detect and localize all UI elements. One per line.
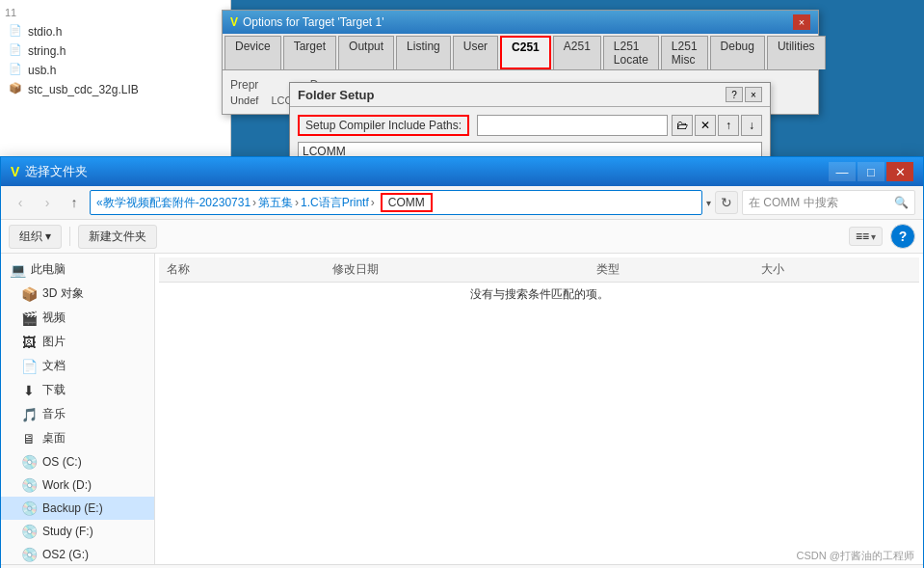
folder-dialog-controls: ? × — [726, 87, 762, 102]
back-button[interactable]: ‹ — [9, 191, 32, 214]
sidebar-item-c-drive[interactable]: 💿 OS (C:) — [1, 450, 154, 473]
new-folder-button[interactable]: 新建文件夹 — [78, 225, 157, 249]
view-button[interactable]: ≡≡ ▾ — [849, 227, 883, 246]
explorer-statusbar — [1, 564, 923, 568]
c-drive-icon: 💿 — [20, 454, 38, 470]
3d-objects-icon: 📦 — [20, 286, 38, 302]
explorer-title-bar: V 选择文件夹 — □ ✕ — [1, 157, 923, 186]
explorer-maximize-button[interactable]: □ — [858, 162, 884, 181]
forward-button[interactable]: › — [36, 191, 59, 214]
tab-l251-locate[interactable]: L251 Locate — [603, 36, 659, 69]
keil-tabs: Device Target Output Listing User C251 A… — [223, 34, 818, 70]
folder-close-button[interactable]: × — [745, 87, 762, 102]
address-path[interactable]: « 教学视频配套附件-20230731 › 第五集 › 1.C语言Printf … — [90, 190, 702, 215]
column-date[interactable]: 修改日期 — [325, 257, 589, 283]
folder-dialog-title: Folder Setup — [298, 88, 374, 102]
address-bar: ‹ › ↑ « 教学视频配套附件-20230731 › 第五集 › 1.C语言P… — [1, 186, 923, 220]
help-button[interactable]: ? — [890, 224, 915, 249]
tab-utilities[interactable]: Utilities — [767, 36, 826, 69]
tab-listing[interactable]: Listing — [396, 36, 451, 69]
explorer-icon: V — [11, 164, 19, 179]
explorer-minimize-button[interactable]: — — [829, 162, 856, 181]
sidebar-item-music[interactable]: 🎵 音乐 — [1, 402, 154, 426]
file-usb: 📄 usb.h — [5, 61, 225, 80]
folder-delete-button[interactable]: ✕ — [695, 115, 716, 136]
explorer-win-controls: — □ ✕ — [829, 162, 913, 181]
folder-up-button[interactable]: ↑ — [718, 115, 739, 136]
sidebar-item-this-pc[interactable]: 💻 此电脑 — [1, 257, 154, 282]
tab-user[interactable]: User — [453, 36, 498, 69]
file-icon: 📦 — [9, 82, 24, 97]
file-lib: 📦 stc_usb_cdc_32g.LIB — [5, 80, 225, 99]
chevron-down-icon[interactable]: ▾ — [706, 198, 711, 208]
file-string: 📄 string.h — [5, 41, 225, 61]
explorer-close-button[interactable]: ✕ — [886, 162, 913, 181]
file-table: 名称 修改日期 类型 大小 没有与搜索条件匹配的项。 — [159, 257, 919, 307]
up-button[interactable]: ↑ — [63, 191, 86, 214]
tab-c251[interactable]: C251 — [500, 36, 551, 69]
videos-icon: 🎬 — [20, 311, 38, 326]
search-icon[interactable]: 🔍 — [894, 196, 909, 209]
sidebar-item-videos[interactable]: 🎬 视频 — [1, 306, 154, 330]
folder-help-button[interactable]: ? — [726, 87, 743, 102]
sidebar-item-3d-objects[interactable]: 📦 3D 对象 — [1, 282, 154, 306]
explorer-title-left: V 选择文件夹 — [11, 163, 88, 180]
tab-output[interactable]: Output — [338, 36, 394, 69]
keil-dialog-title: Options for Target 'Target 1' — [243, 15, 383, 29]
explorer-toolbar: 组织 ▾ 新建文件夹 ≡≡ ▾ ? — [1, 220, 923, 254]
sidebar-item-d-drive[interactable]: 💿 Work (D:) — [1, 473, 154, 497]
file-icon: 📄 — [9, 43, 24, 59]
breadcrumb-1[interactable]: 教学视频配套附件-20230731 — [103, 195, 251, 211]
sidebar-item-e-drive[interactable]: 💿 Backup (E:) — [1, 497, 154, 520]
tab-l251-misc[interactable]: L251 Misc — [661, 36, 708, 69]
f-drive-icon: 💿 — [20, 524, 38, 539]
breadcrumb-2[interactable]: 第五集 — [258, 195, 293, 211]
d-drive-icon: 💿 — [20, 477, 38, 493]
tab-debug[interactable]: Debug — [710, 36, 765, 69]
keil-close-button[interactable]: × — [793, 14, 810, 30]
music-icon: 🎵 — [20, 407, 38, 422]
compiler-row: Setup Compiler Include Paths: 🗁 ✕ ↑ ↓ — [298, 115, 762, 136]
sidebar-item-f-drive[interactable]: 💿 Study (F:) — [1, 520, 154, 543]
sidebar-item-documents[interactable]: 📄 文档 — [1, 354, 154, 378]
sidebar-item-g-drive[interactable]: 💿 OS2 (G:) — [1, 543, 154, 564]
sep-3: › — [371, 196, 375, 209]
file-stdio: 📄 stdio.h — [5, 22, 225, 41]
sidebar-item-pictures[interactable]: 🖼 图片 — [1, 330, 154, 354]
sidebar-item-downloads[interactable]: ⬇ 下载 — [1, 378, 154, 402]
current-folder-label: COMM — [388, 196, 425, 209]
explorer-sidebar: 💻 此电脑 📦 3D 对象 🎬 视频 🖼 图片 📄 文档 ⬇ 下载 — [1, 254, 155, 564]
folder-toolbar: 🗁 ✕ ↑ ↓ — [672, 115, 762, 136]
refresh-button[interactable]: ↻ — [715, 191, 738, 214]
view-icon: ≡≡ — [856, 230, 869, 243]
file-explorer-dialog: V 选择文件夹 — □ ✕ ‹ › ↑ « 教学视频配套附件-20230731 … — [0, 156, 924, 568]
explorer-title: 选择文件夹 — [25, 163, 88, 180]
folder-browse-button[interactable]: 🗁 — [672, 115, 693, 136]
sep-2: › — [295, 196, 299, 209]
explorer-main: 💻 此电脑 📦 3D 对象 🎬 视频 🖼 图片 📄 文档 ⬇ 下载 — [1, 254, 923, 564]
e-drive-icon: 💿 — [20, 500, 38, 516]
tab-target[interactable]: Target — [283, 36, 336, 69]
compiler-include-input[interactable] — [477, 115, 668, 136]
file-icon: 📄 — [9, 24, 24, 40]
breadcrumb-3[interactable]: 1.C语言Printf — [301, 195, 369, 211]
compiler-include-label: Setup Compiler Include Paths: — [298, 115, 469, 136]
tab-a251[interactable]: A251 — [553, 36, 601, 69]
search-box[interactable]: 在 COMM 中搜索 🔍 — [742, 190, 915, 215]
breadcrumb-root[interactable]: « — [96, 196, 103, 209]
sep-1: › — [252, 196, 256, 209]
sidebar-item-desktop[interactable]: 🖥 桌面 — [1, 426, 154, 450]
watermark: CSDN @打酱油的工程师 — [797, 549, 914, 563]
keil-title-bar: V Options for Target 'Target 1' × — [223, 11, 818, 34]
view-chevron-icon: ▾ — [871, 231, 876, 242]
column-type[interactable]: 类型 — [589, 257, 754, 283]
g-drive-icon: 💿 — [20, 547, 38, 562]
folder-down-button[interactable]: ↓ — [741, 115, 762, 136]
organize-button[interactable]: 组织 ▾ — [9, 225, 62, 249]
folder-dialog-title-bar: Folder Setup ? × — [290, 83, 770, 107]
tab-device[interactable]: Device — [224, 36, 281, 69]
column-size[interactable]: 大小 — [753, 257, 919, 283]
downloads-icon: ⬇ — [20, 383, 38, 398]
current-folder: COMM — [381, 193, 433, 212]
column-name[interactable]: 名称 — [159, 257, 325, 283]
